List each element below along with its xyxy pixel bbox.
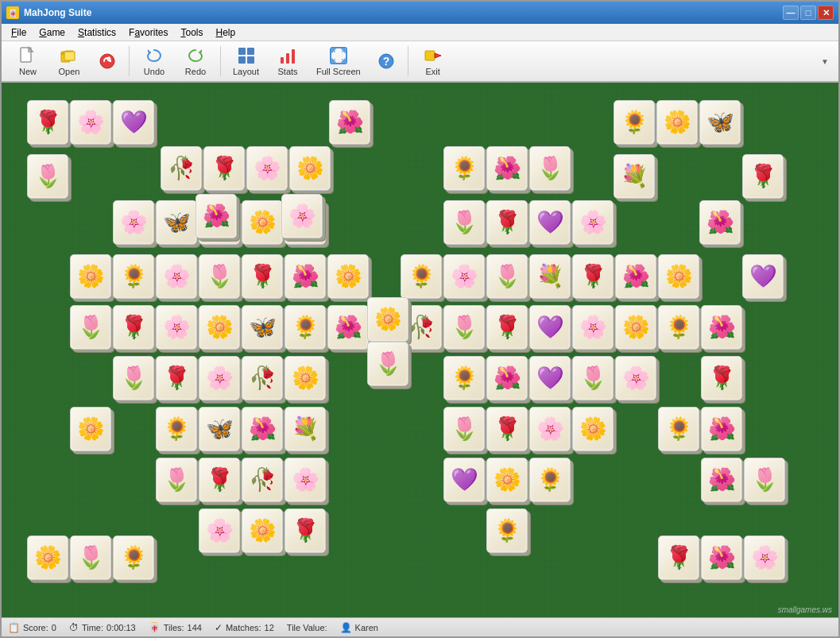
tile[interactable]: 🌼 bbox=[658, 254, 699, 299]
tile[interactable]: 🌻 bbox=[658, 407, 699, 451]
tile[interactable]: 🌷 bbox=[529, 146, 571, 191]
tile[interactable]: 🌼 bbox=[656, 100, 698, 145]
tile[interactable]: 🌻 bbox=[113, 536, 154, 580]
tile[interactable]: 🌹 bbox=[701, 356, 742, 400]
tile[interactable]: 🌼 bbox=[289, 146, 331, 191]
tile[interactable]: 🌹 bbox=[156, 356, 197, 400]
tile[interactable]: 🌹 bbox=[486, 200, 528, 245]
tile[interactable]: 🌷 bbox=[572, 356, 614, 400]
menu-file[interactable]: File bbox=[5, 25, 33, 40]
tile[interactable]: 🌷 bbox=[443, 407, 485, 451]
tile[interactable]: 🌺 bbox=[486, 146, 528, 191]
tile[interactable]: 🦋 bbox=[199, 407, 240, 451]
tile[interactable]: 🌹 bbox=[658, 536, 699, 580]
help-button[interactable]: ? bbox=[370, 44, 403, 79]
tile[interactable]: 🌸 bbox=[199, 508, 240, 553]
tile[interactable]: 🌹 bbox=[742, 154, 784, 199]
tile[interactable]: 🌼 bbox=[27, 536, 68, 580]
tile[interactable]: 🌼 bbox=[285, 356, 326, 400]
tile[interactable]: 🌹 bbox=[113, 305, 154, 350]
tile[interactable]: 🌷 bbox=[70, 536, 111, 580]
tile[interactable]: 🌼 bbox=[70, 407, 111, 451]
tile[interactable]: 🌸 bbox=[572, 305, 614, 350]
tile[interactable]: 🌷 bbox=[113, 356, 154, 400]
tile[interactable]: 🌸 bbox=[285, 458, 326, 502]
tile[interactable]: 🌺 bbox=[699, 200, 741, 245]
tile[interactable]: 🌷 bbox=[70, 305, 111, 350]
tile[interactable]: 🌸 bbox=[281, 194, 323, 238]
tile[interactable]: 🌻 bbox=[285, 305, 326, 350]
open-button[interactable]: Open bbox=[49, 44, 89, 79]
tile[interactable]: 🌼 bbox=[367, 297, 408, 342]
hint-button[interactable] bbox=[91, 44, 124, 79]
tile[interactable]: 🌻 bbox=[486, 508, 528, 553]
tile[interactable]: 🌸 bbox=[156, 254, 197, 299]
tile[interactable]: 💜 bbox=[529, 305, 571, 350]
tile[interactable]: 🥀 bbox=[242, 458, 283, 502]
tile[interactable]: 🌷 bbox=[486, 254, 528, 299]
toolbar-dropdown[interactable]: ▼ bbox=[821, 57, 832, 66]
tile[interactable]: 🌺 bbox=[486, 356, 528, 400]
tile[interactable]: 🌼 bbox=[242, 508, 283, 553]
tile[interactable]: 🥀 bbox=[161, 146, 202, 191]
tile[interactable]: 🌹 bbox=[486, 305, 528, 350]
tile[interactable]: 🌸 bbox=[246, 146, 288, 191]
redo-button[interactable]: Redo bbox=[176, 44, 215, 79]
tile[interactable]: 🌼 bbox=[70, 254, 111, 299]
maximize-button[interactable]: □ bbox=[800, 6, 816, 20]
tile[interactable]: 🌷 bbox=[443, 200, 485, 245]
tile[interactable]: 🦋 bbox=[242, 305, 283, 350]
tile[interactable]: 🌻 bbox=[156, 407, 197, 451]
fullscreen-button[interactable]: Full Screen bbox=[309, 44, 368, 79]
tile[interactable]: 🌼 bbox=[486, 458, 528, 502]
menu-statistics[interactable]: Statistics bbox=[72, 25, 122, 40]
tile[interactable]: 🌻 bbox=[443, 356, 485, 400]
tile[interactable]: 🌹 bbox=[572, 254, 614, 299]
tile[interactable]: 🌸 bbox=[70, 100, 111, 145]
tile[interactable]: 🌻 bbox=[401, 254, 442, 299]
tile[interactable]: 🌼 bbox=[242, 200, 283, 245]
menu-tools[interactable]: Tools bbox=[174, 25, 209, 40]
layout-button[interactable]: Layout bbox=[226, 44, 266, 79]
minimize-button[interactable]: — bbox=[783, 6, 799, 20]
tile[interactable]: 🌷 bbox=[27, 154, 68, 199]
tile[interactable]: 🌷 bbox=[367, 342, 408, 386]
tile[interactable]: 🌺 bbox=[701, 305, 742, 350]
tile[interactable]: 🌻 bbox=[529, 458, 571, 502]
tile[interactable]: 🌸 bbox=[615, 356, 656, 400]
tile[interactable]: 🌷 bbox=[156, 458, 197, 502]
tile[interactable]: 🌻 bbox=[113, 254, 154, 299]
tile[interactable]: 💜 bbox=[742, 254, 784, 299]
new-button[interactable]: New bbox=[8, 44, 48, 79]
tile[interactable]: 🌼 bbox=[327, 254, 369, 299]
tile[interactable]: 🌹 bbox=[203, 146, 245, 191]
tile[interactable]: 💜 bbox=[529, 200, 571, 245]
tile[interactable]: 💜 bbox=[113, 100, 154, 145]
tile[interactable]: 💐 bbox=[285, 407, 326, 451]
tile[interactable]: 🌺 bbox=[285, 254, 326, 299]
tile[interactable]: 🌺 bbox=[242, 407, 283, 451]
tile[interactable]: 🌺 bbox=[329, 100, 370, 145]
tile[interactable]: 🌸 bbox=[529, 407, 571, 451]
menu-game[interactable]: Game bbox=[33, 25, 72, 40]
tile[interactable]: 🌺 bbox=[701, 458, 742, 502]
tile[interactable]: 🌼 bbox=[199, 305, 240, 350]
tile[interactable]: 🌻 bbox=[443, 146, 485, 191]
tile[interactable]: 💐 bbox=[529, 254, 571, 299]
tile[interactable]: 🌸 bbox=[443, 254, 485, 299]
tile[interactable]: 🌺 bbox=[195, 194, 237, 238]
tile[interactable]: 🌻 bbox=[658, 305, 699, 350]
tile[interactable]: 💐 bbox=[614, 154, 655, 199]
close-button[interactable]: ✕ bbox=[818, 6, 834, 20]
tile[interactable]: 🥀 bbox=[242, 356, 283, 400]
tile[interactable]: 🌹 bbox=[285, 508, 326, 553]
tile[interactable]: 🌸 bbox=[572, 200, 614, 245]
tile[interactable]: 💜 bbox=[529, 356, 571, 400]
tile[interactable]: 🌸 bbox=[113, 200, 154, 245]
tile[interactable]: 🌷 bbox=[199, 254, 240, 299]
tile[interactable]: 🌷 bbox=[744, 458, 785, 502]
tile[interactable]: 🦋 bbox=[156, 200, 197, 245]
tile[interactable]: 💜 bbox=[443, 458, 485, 502]
tile[interactable]: 🌺 bbox=[327, 305, 369, 350]
tile[interactable]: 🌸 bbox=[744, 536, 785, 580]
